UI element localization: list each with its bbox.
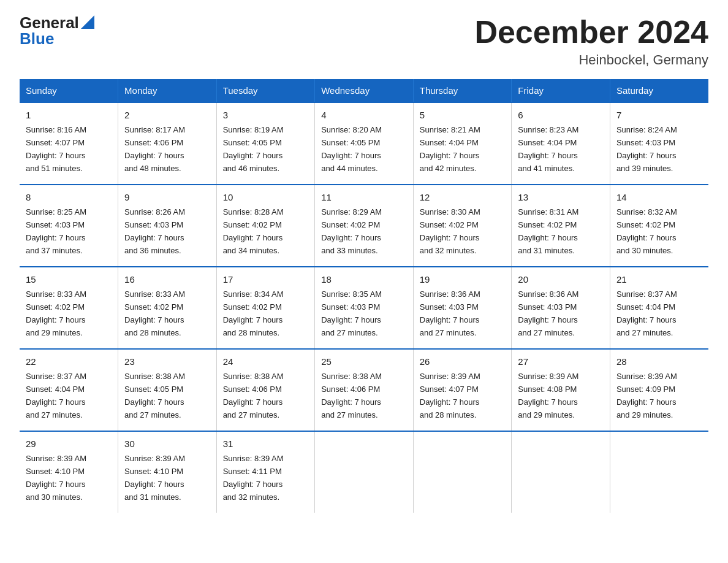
table-row: 29 Sunrise: 8:39 AMSunset: 4:10 PMDaylig…: [20, 431, 118, 513]
calendar-week-row: 22 Sunrise: 8:37 AMSunset: 4:04 PMDaylig…: [20, 349, 708, 431]
calendar-header-row: Sunday Monday Tuesday Wednesday Thursday…: [20, 79, 708, 102]
table-row: 3 Sunrise: 8:19 AMSunset: 4:05 PMDayligh…: [216, 102, 315, 185]
table-row: 20 Sunrise: 8:36 AMSunset: 4:03 PMDaylig…: [512, 267, 610, 349]
logo-blue-text: Blue: [20, 31, 94, 47]
day-info: Sunrise: 8:36 AMSunset: 4:03 PMDaylight:…: [420, 289, 480, 337]
table-row: 19 Sunrise: 8:36 AMSunset: 4:03 PMDaylig…: [413, 267, 512, 349]
table-row: 8 Sunrise: 8:25 AMSunset: 4:03 PMDayligh…: [20, 185, 118, 267]
day-info: Sunrise: 8:16 AMSunset: 4:07 PMDaylight:…: [26, 125, 86, 173]
day-info: Sunrise: 8:39 AMSunset: 4:10 PMDaylight:…: [26, 454, 86, 502]
col-thursday: Thursday: [413, 79, 512, 102]
table-row: 13 Sunrise: 8:31 AMSunset: 4:02 PMDaylig…: [512, 185, 610, 267]
table-row: 28 Sunrise: 8:39 AMSunset: 4:09 PMDaylig…: [610, 349, 708, 431]
calendar-week-row: 15 Sunrise: 8:33 AMSunset: 4:02 PMDaylig…: [20, 267, 708, 349]
day-info: Sunrise: 8:37 AMSunset: 4:04 PMDaylight:…: [616, 289, 677, 337]
day-info: Sunrise: 8:31 AMSunset: 4:02 PMDaylight:…: [518, 207, 578, 255]
col-sunday: Sunday: [20, 79, 118, 102]
location-title: Heinbockel, Germany: [474, 52, 708, 68]
day-number: 19: [420, 272, 506, 286]
day-number: 11: [321, 190, 407, 204]
day-info: Sunrise: 8:38 AMSunset: 4:06 PMDaylight:…: [321, 372, 382, 419]
day-info: Sunrise: 8:39 AMSunset: 4:08 PMDaylight:…: [518, 372, 578, 419]
day-number: 12: [420, 190, 506, 204]
table-row: 31 Sunrise: 8:39 AMSunset: 4:11 PMDaylig…: [216, 431, 315, 513]
table-row: 14 Sunrise: 8:32 AMSunset: 4:02 PMDaylig…: [610, 185, 708, 267]
table-row: 22 Sunrise: 8:37 AMSunset: 4:04 PMDaylig…: [20, 349, 118, 431]
col-monday: Monday: [118, 79, 217, 102]
calendar-week-row: 1 Sunrise: 8:16 AMSunset: 4:07 PMDayligh…: [20, 102, 708, 185]
table-row: 4 Sunrise: 8:20 AMSunset: 4:05 PMDayligh…: [315, 102, 414, 185]
month-title: December 2024: [474, 15, 708, 50]
day-info: Sunrise: 8:36 AMSunset: 4:03 PMDaylight:…: [518, 289, 578, 337]
day-number: 13: [518, 190, 604, 204]
day-number: 17: [223, 272, 309, 286]
day-number: 21: [616, 272, 702, 286]
day-info: Sunrise: 8:25 AMSunset: 4:03 PMDaylight:…: [26, 207, 86, 255]
col-friday: Friday: [512, 79, 610, 102]
day-info: Sunrise: 8:24 AMSunset: 4:03 PMDaylight:…: [616, 125, 677, 173]
day-info: Sunrise: 8:29 AMSunset: 4:02 PMDaylight:…: [321, 207, 382, 255]
day-info: Sunrise: 8:32 AMSunset: 4:02 PMDaylight:…: [616, 207, 677, 255]
col-wednesday: Wednesday: [315, 79, 414, 102]
table-row: 1 Sunrise: 8:16 AMSunset: 4:07 PMDayligh…: [20, 102, 118, 185]
table-row: [413, 431, 512, 513]
day-number: 6: [518, 108, 604, 122]
day-number: 31: [223, 437, 309, 451]
day-info: Sunrise: 8:33 AMSunset: 4:02 PMDaylight:…: [26, 289, 86, 337]
table-row: 23 Sunrise: 8:38 AMSunset: 4:05 PMDaylig…: [118, 349, 217, 431]
day-info: Sunrise: 8:39 AMSunset: 4:09 PMDaylight:…: [616, 372, 677, 419]
day-number: 4: [321, 108, 407, 122]
day-info: Sunrise: 8:39 AMSunset: 4:11 PMDaylight:…: [223, 454, 284, 502]
table-row: 5 Sunrise: 8:21 AMSunset: 4:04 PMDayligh…: [413, 102, 512, 185]
day-number: 18: [321, 272, 407, 286]
day-info: Sunrise: 8:19 AMSunset: 4:05 PMDaylight:…: [223, 125, 284, 173]
day-number: 16: [124, 272, 210, 286]
table-row: 30 Sunrise: 8:39 AMSunset: 4:10 PMDaylig…: [118, 431, 217, 513]
day-info: Sunrise: 8:20 AMSunset: 4:05 PMDaylight:…: [321, 125, 382, 173]
day-number: 26: [420, 354, 506, 369]
table-row: 11 Sunrise: 8:29 AMSunset: 4:02 PMDaylig…: [315, 185, 414, 267]
day-info: Sunrise: 8:23 AMSunset: 4:04 PMDaylight:…: [518, 125, 578, 173]
day-number: 30: [124, 437, 210, 451]
table-row: 24 Sunrise: 8:38 AMSunset: 4:06 PMDaylig…: [216, 349, 315, 431]
col-saturday: Saturday: [610, 79, 708, 102]
calendar-table: Sunday Monday Tuesday Wednesday Thursday…: [20, 79, 708, 513]
logo-triangle-icon: [81, 15, 94, 29]
day-number: 5: [420, 108, 506, 122]
day-number: 15: [26, 272, 112, 286]
table-row: 2 Sunrise: 8:17 AMSunset: 4:06 PMDayligh…: [118, 102, 217, 185]
table-row: [610, 431, 708, 513]
calendar-week-row: 29 Sunrise: 8:39 AMSunset: 4:10 PMDaylig…: [20, 431, 708, 513]
day-info: Sunrise: 8:30 AMSunset: 4:02 PMDaylight:…: [420, 207, 480, 255]
day-info: Sunrise: 8:17 AMSunset: 4:06 PMDaylight:…: [124, 125, 185, 173]
table-row: 21 Sunrise: 8:37 AMSunset: 4:04 PMDaylig…: [610, 267, 708, 349]
table-row: 27 Sunrise: 8:39 AMSunset: 4:08 PMDaylig…: [512, 349, 610, 431]
day-info: Sunrise: 8:28 AMSunset: 4:02 PMDaylight:…: [223, 207, 284, 255]
table-row: 6 Sunrise: 8:23 AMSunset: 4:04 PMDayligh…: [512, 102, 610, 185]
day-info: Sunrise: 8:39 AMSunset: 4:10 PMDaylight:…: [124, 454, 185, 502]
day-number: 14: [616, 190, 702, 204]
day-number: 10: [223, 190, 309, 204]
day-number: 8: [26, 190, 112, 204]
day-info: Sunrise: 8:35 AMSunset: 4:03 PMDaylight:…: [321, 289, 382, 337]
page-header: General Blue December 2024 Heinbockel, G…: [20, 15, 708, 68]
table-row: 10 Sunrise: 8:28 AMSunset: 4:02 PMDaylig…: [216, 185, 315, 267]
day-number: 7: [616, 108, 702, 122]
day-info: Sunrise: 8:37 AMSunset: 4:04 PMDaylight:…: [26, 372, 86, 419]
table-row: 9 Sunrise: 8:26 AMSunset: 4:03 PMDayligh…: [118, 185, 217, 267]
day-number: 20: [518, 272, 604, 286]
table-row: 17 Sunrise: 8:34 AMSunset: 4:02 PMDaylig…: [216, 267, 315, 349]
day-number: 23: [124, 354, 210, 369]
day-info: Sunrise: 8:38 AMSunset: 4:06 PMDaylight:…: [223, 372, 284, 419]
logo: General Blue: [20, 15, 94, 47]
table-row: 15 Sunrise: 8:33 AMSunset: 4:02 PMDaylig…: [20, 267, 118, 349]
day-number: 28: [616, 354, 702, 369]
day-number: 27: [518, 354, 604, 369]
table-row: 7 Sunrise: 8:24 AMSunset: 4:03 PMDayligh…: [610, 102, 708, 185]
table-row: [315, 431, 414, 513]
table-row: 25 Sunrise: 8:38 AMSunset: 4:06 PMDaylig…: [315, 349, 414, 431]
day-info: Sunrise: 8:21 AMSunset: 4:04 PMDaylight:…: [420, 125, 480, 173]
title-block: December 2024 Heinbockel, Germany: [474, 15, 708, 68]
day-number: 2: [124, 108, 210, 122]
table-row: 26 Sunrise: 8:39 AMSunset: 4:07 PMDaylig…: [413, 349, 512, 431]
